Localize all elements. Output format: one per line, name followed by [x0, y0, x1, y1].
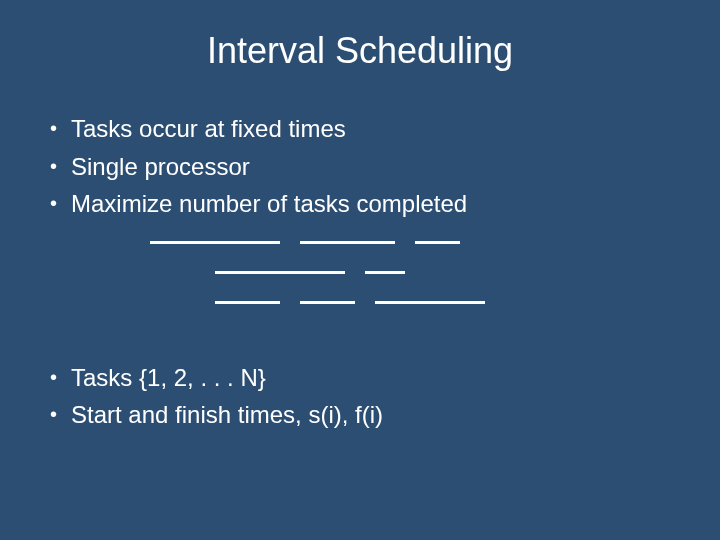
interval-line [365, 271, 405, 274]
bullet-marker-icon: • [50, 187, 57, 219]
bullet-text: Single processor [71, 150, 250, 184]
bullet-item: • Start and finish times, s(i), f(i) [50, 398, 680, 432]
bullet-item: • Maximize number of tasks completed [50, 187, 680, 221]
bullet-item: • Single processor [50, 150, 680, 184]
bullet-text: Tasks {1, 2, . . . N} [71, 361, 266, 395]
slide: Interval Scheduling • Tasks occur at fix… [0, 0, 720, 540]
interval-line [300, 241, 395, 244]
bullet-marker-icon: • [50, 150, 57, 182]
interval-diagram [120, 241, 540, 331]
interval-line [375, 301, 485, 304]
bullet-text: Maximize number of tasks completed [71, 187, 467, 221]
interval-line [150, 241, 280, 244]
bullet-marker-icon: • [50, 361, 57, 393]
bullet-list-top: • Tasks occur at fixed times • Single pr… [40, 112, 680, 221]
bullet-item: • Tasks {1, 2, . . . N} [50, 361, 680, 395]
interval-line [215, 271, 345, 274]
bullet-marker-icon: • [50, 112, 57, 144]
bullet-marker-icon: • [50, 398, 57, 430]
interval-line [415, 241, 460, 244]
bullet-item: • Tasks occur at fixed times [50, 112, 680, 146]
interval-line [300, 301, 355, 304]
bullet-text: Start and finish times, s(i), f(i) [71, 398, 383, 432]
slide-title: Interval Scheduling [40, 30, 680, 72]
bullet-text: Tasks occur at fixed times [71, 112, 346, 146]
interval-line [215, 301, 280, 304]
bullet-list-bottom: • Tasks {1, 2, . . . N} • Start and fini… [40, 361, 680, 432]
